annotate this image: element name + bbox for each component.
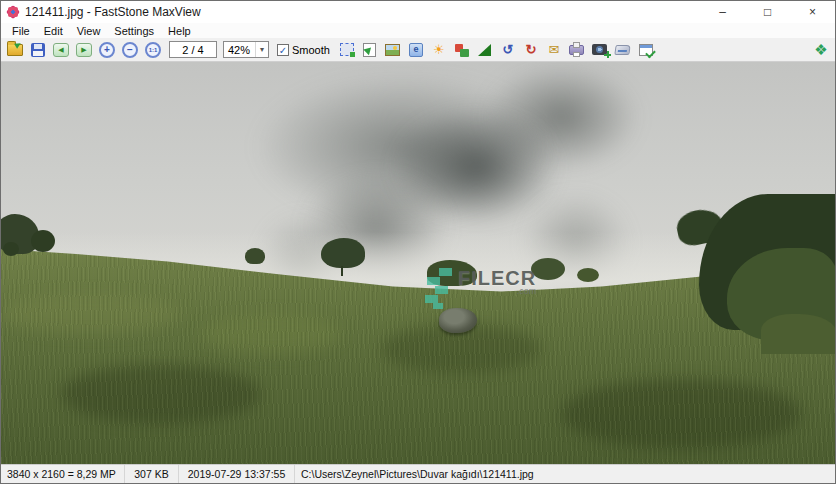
zoom-out-icon: − [122,42,138,58]
close-button[interactable]: × [790,1,835,23]
fullscreen-button[interactable]: ❖ [811,40,831,60]
open-folder-icon [7,44,23,56]
menu-view[interactable]: View [70,25,108,37]
save-button[interactable] [28,40,48,60]
tree-right [761,314,835,354]
zoom-in-icon: + [99,42,115,58]
app-icon [7,6,19,18]
grass-patch [61,364,261,424]
envelope-icon: ✉ [548,43,559,56]
watermark-domain: .com [517,287,537,296]
bush [577,268,599,282]
tree-horizon [321,238,365,268]
scanner-icon [615,45,631,55]
smooth-label: Smooth [292,44,330,56]
filecr-logo-icon [425,268,455,310]
open-button[interactable] [5,40,25,60]
watermark: FILECR .com [425,268,536,310]
fullscreen-icon: ❖ [814,42,827,57]
arrow-right-icon: ▶ [76,43,92,57]
crop-icon [340,43,354,56]
grass-patch [201,314,341,354]
rotate-right-button[interactable]: ↻ [521,40,541,60]
menu-bar: File Edit View Settings Help [1,23,835,38]
resize-button[interactable] [360,40,380,60]
adjust-lighting-button[interactable]: ☀ [429,40,449,60]
page-indicator-box[interactable]: 2 / 4 [169,41,217,58]
menu-help[interactable]: Help [161,25,198,37]
watermark-brand: FILECR [458,268,536,288]
tree-horizon [245,248,265,264]
camera-icon [592,44,607,55]
menu-file[interactable]: File [5,25,37,37]
toolbar: ◀ ▶ + − 1:1 2 / 4 42% ▾ ✓ Smooth e ☀ ↺ ↻… [1,38,835,62]
effects-button[interactable] [452,40,472,60]
checkbox-checked-icon[interactable]: ✓ [277,44,289,56]
previous-image-button[interactable]: ◀ [51,40,71,60]
arrow-left-icon: ◀ [53,43,69,57]
maximize-button[interactable]: □ [745,1,790,23]
watermark-text: FILECR .com [458,268,536,296]
image-icon [385,44,400,56]
title-bar: 121411.jpg - FastStone MaxView – □ × [1,1,835,23]
grass-patch [561,379,801,449]
settings-button[interactable] [636,40,656,60]
email-button[interactable]: ✉ [544,40,564,60]
zoom-in-button[interactable]: + [97,40,117,60]
rotate-left-icon: ↺ [502,43,513,56]
menu-settings[interactable]: Settings [107,25,161,37]
status-file-size: 307 KB [125,465,179,483]
histogram-icon [478,44,491,56]
tree-left [31,230,55,252]
status-timestamp: 2019-07-29 13:37:55 [179,465,295,483]
effects-icon [454,43,469,57]
print-button[interactable] [567,40,587,60]
window-title: 121411.jpg - FastStone MaxView [25,5,201,19]
tree-left [3,242,19,256]
minimize-button[interactable]: – [700,1,745,23]
crop-board-button[interactable] [337,40,357,60]
actual-size-button[interactable]: 1:1 [143,40,163,60]
resize-icon [363,43,376,57]
rotate-left-button[interactable]: ↺ [498,40,518,60]
convert-button[interactable]: e [406,40,426,60]
chevron-down-icon[interactable]: ▾ [255,42,268,57]
floppy-disk-icon [31,43,45,57]
sun-icon: ☀ [433,43,445,56]
screen-capture-button[interactable] [590,40,610,60]
zoom-level-combobox[interactable]: 42% ▾ [223,41,269,58]
smooth-checkbox-group[interactable]: ✓ Smooth [277,44,330,56]
convert-icon: e [409,43,423,57]
menu-edit[interactable]: Edit [37,25,70,37]
grass-patch [1,294,181,334]
status-dimensions: 3840 x 2160 = 8,29 MP [1,465,125,483]
actual-size-icon: 1:1 [145,42,161,58]
rotate-right-icon: ↻ [525,43,536,56]
status-bar: 3840 x 2160 = 8,29 MP 307 KB 2019-07-29 … [1,464,835,483]
zoom-out-button[interactable]: − [120,40,140,60]
acquire-scanner-button[interactable] [613,40,633,60]
next-image-button[interactable]: ▶ [74,40,94,60]
status-file-path: C:\Users\Zeynel\Pictures\Duvar kağıdı\12… [295,465,835,483]
adjust-colors-button[interactable] [383,40,403,60]
app-window: 121411.jpg - FastStone MaxView – □ × Fil… [0,0,836,484]
printer-icon [569,45,584,55]
histogram-button[interactable] [475,40,495,60]
zoom-level-value: 42% [224,44,255,56]
settings-window-icon [639,44,653,56]
window-controls: – □ × [700,1,835,23]
photo-canvas[interactable]: FILECR .com [1,62,835,464]
